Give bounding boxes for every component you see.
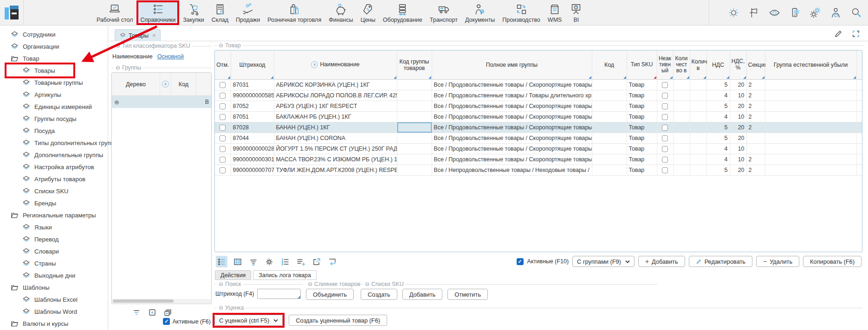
collapse-icon[interactable] <box>116 43 120 49</box>
row-checkbox[interactable] <box>220 167 226 173</box>
module-item[interactable]: Рабочий стол <box>93 0 136 25</box>
row-checkbox[interactable] <box>220 125 226 131</box>
sidebar-item[interactable]: Списки SKU <box>0 185 108 197</box>
collapse-icon[interactable] <box>116 65 120 70</box>
numbered-list-icon[interactable] <box>279 256 291 267</box>
sidebar-item[interactable]: Языки <box>0 221 108 233</box>
filter-icon[interactable] <box>247 256 259 267</box>
sidebar-item[interactable]: Артикулы <box>0 89 108 101</box>
table-row[interactable]: 9900000000028 ЙОГУРТ 1.5% ПЕРСИК СТ (УЦЕ… <box>215 143 862 154</box>
tab-tovary[interactable]: Товары <box>115 29 161 41</box>
sidebar-item[interactable]: Валюты и курсы <box>0 317 108 330</box>
table-row[interactable]: 87052 АРБУЗ (УЦЕН.) 1КГ RESPECT Все / Пр… <box>215 101 862 111</box>
sidebar-item[interactable]: Единицы измерений <box>0 101 108 113</box>
module-item[interactable]: WMS <box>544 0 566 25</box>
groups-mode-select[interactable]: С группами (F9) <box>572 256 635 267</box>
inactive-checkbox[interactable] <box>662 167 668 173</box>
row-checkbox[interactable] <box>220 103 226 109</box>
tab-actions[interactable]: Действия <box>215 270 251 280</box>
module-item[interactable]: Розничная торговля <box>264 0 325 25</box>
row-checkbox[interactable] <box>220 82 226 88</box>
sku-list-button[interactable]: Отметить <box>447 289 488 300</box>
table-row[interactable]: 9900000000585 АБРИКОСЫ ЛОРАДО ПОЛОВ.В ЛЕ… <box>215 90 862 101</box>
inactive-checkbox[interactable] <box>662 135 668 141</box>
sidebar-item[interactable]: Выходные дни <box>0 269 108 281</box>
column-header[interactable]: Тип SKU <box>627 51 657 79</box>
sidebar-item[interactable]: Посуда <box>0 125 108 137</box>
sidebar-item[interactable]: Шаблоны <box>0 281 108 293</box>
copy-button[interactable]: Копировать (F6) <box>803 256 862 267</box>
collapse-icon[interactable] <box>365 281 369 287</box>
sidebar-item[interactable]: Настройка атрибутов <box>0 161 108 173</box>
column-header[interactable]: Количество в <box>673 51 690 79</box>
tab-product-log[interactable]: Запись лога товара <box>253 270 316 280</box>
collapse-icon[interactable] <box>219 281 223 287</box>
table-row[interactable]: 87031 АБРИКОС КОРЗИНКА (УЦЕН.) 1КГ Все /… <box>215 79 862 90</box>
expand-icon[interactable] <box>851 29 861 38</box>
sidebar-item[interactable]: Сотрудники <box>0 28 108 40</box>
column-header[interactable]: Секция <box>746 51 765 79</box>
module-item[interactable]: Склад <box>208 0 232 25</box>
export-icon[interactable] <box>311 256 322 267</box>
expand-node-icon[interactable] <box>114 99 119 105</box>
barcode-input[interactable] <box>257 289 301 299</box>
markdown-mode-select[interactable]: С уценкой (ctrl F5) <box>214 315 283 326</box>
classifier-value-link[interactable]: Основной <box>157 53 184 60</box>
sidebar-item[interactable]: Атрибуты товаров <box>0 173 108 185</box>
module-item[interactable]: Транспорт <box>426 0 461 25</box>
column-header[interactable]: НДС, % <box>730 51 746 79</box>
column-header[interactable]: НДС <box>706 51 730 79</box>
import-icon[interactable] <box>326 256 338 267</box>
row-checkbox[interactable] <box>220 146 226 152</box>
active-f10-checkbox[interactable] <box>517 258 524 265</box>
inactive-checkbox[interactable] <box>662 82 668 88</box>
column-header[interactable]: Код группы товаров <box>397 51 432 79</box>
settings-icon[interactable] <box>809 6 822 19</box>
sort-header-cell[interactable] <box>160 73 171 95</box>
sidebar-item[interactable]: Группы посуды <box>0 113 108 125</box>
list-add-icon[interactable] <box>295 256 306 267</box>
horizontal-scrollbar[interactable] <box>112 299 211 303</box>
merge-button[interactable]: Объединить <box>306 289 354 300</box>
module-item[interactable]: Документы <box>461 0 499 25</box>
module-item[interactable]: BI <box>565 0 587 25</box>
inactive-checkbox[interactable] <box>662 125 668 131</box>
sidebar-item[interactable]: Словари <box>0 245 108 257</box>
module-item[interactable]: Финансы <box>325 0 356 25</box>
close-icon[interactable] <box>152 32 156 38</box>
table-row[interactable]: 9900000000707 ТУФЛИ ЖЕН.ДОМ.АРТ.К2008 (У… <box>215 165 862 175</box>
column-header[interactable] <box>856 51 862 79</box>
sidebar-item[interactable]: Типы дополнительных групп <box>0 137 108 149</box>
tree-filter-icon[interactable] <box>132 308 141 317</box>
table-row[interactable]: 87028 БАНАН (УЦЕН.) 1КГ Все / Продовольс… <box>215 122 862 133</box>
tree-column-header[interactable]: Дерево <box>112 73 160 95</box>
column-header[interactable]: Группа естественной убыли <box>765 51 856 79</box>
column-header[interactable]: Наименование <box>274 51 397 79</box>
eye-icon[interactable] <box>768 6 781 19</box>
collapse-icon[interactable] <box>219 305 223 311</box>
column-header[interactable]: Количество в <box>690 51 706 79</box>
module-item[interactable]: Оборудование <box>379 0 426 25</box>
user-lock-icon[interactable] <box>829 6 842 19</box>
sidebar-item[interactable]: Организации <box>0 40 108 52</box>
sidebar-item[interactable]: Перевод <box>0 233 108 245</box>
column-header[interactable]: Отм. <box>215 51 231 79</box>
column-header[interactable]: Неактивный <box>657 51 673 79</box>
row-checkbox[interactable] <box>220 157 226 163</box>
module-item[interactable]: Продажи <box>232 0 264 25</box>
column-header[interactable]: Штрихкод <box>231 51 274 79</box>
sku-list-button[interactable]: Создать <box>361 289 397 300</box>
gear-icon[interactable] <box>263 256 275 267</box>
active-f6-checkbox[interactable] <box>163 318 170 325</box>
search-icon[interactable] <box>850 6 862 19</box>
table-row[interactable]: 87044 БАНАН (УЦЕН.) CORONA Все / Продово… <box>215 133 862 143</box>
table-row[interactable]: 87051 БАКЛАЖАН РБ (УЦЕН.) 1КГ Все / Прод… <box>215 111 862 122</box>
view-list-icon[interactable] <box>216 256 227 267</box>
sidebar-item[interactable]: Товары <box>0 64 108 76</box>
collapse-icon[interactable] <box>308 281 312 287</box>
sidebar-item[interactable]: Шаблоны Excel <box>0 293 108 305</box>
module-item[interactable]: Закупки <box>179 0 208 25</box>
module-item[interactable]: Цены <box>357 0 379 25</box>
table-row[interactable]: 9900000000301 МАССА ТВОР.23% С ИЗЮМОМ РБ… <box>215 154 862 165</box>
add-multiple-groups-icon[interactable] <box>163 308 173 317</box>
